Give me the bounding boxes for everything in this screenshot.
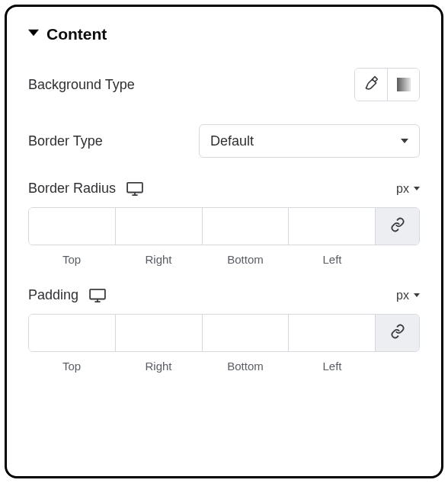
gradient-icon xyxy=(397,78,411,91)
border-type-value: Default xyxy=(210,133,254,149)
padding-top-input[interactable] xyxy=(29,315,115,351)
padding-link-button[interactable] xyxy=(375,315,419,351)
border-radius-unit: px xyxy=(396,182,409,196)
padding-label: Padding xyxy=(28,287,78,303)
link-icon xyxy=(390,217,405,235)
background-gradient-button[interactable] xyxy=(387,69,419,101)
padding-bottom-input[interactable] xyxy=(202,315,289,351)
responsive-device-button[interactable] xyxy=(126,182,143,196)
sublabel-bottom: Bottom xyxy=(202,360,289,373)
border-radius-right-input[interactable] xyxy=(115,208,202,245)
responsive-device-button[interactable] xyxy=(89,289,106,302)
chevron-down-icon xyxy=(401,139,408,143)
section-title: Content xyxy=(46,25,107,43)
background-type-toggle xyxy=(354,68,420,101)
background-classic-button[interactable] xyxy=(355,69,387,101)
chevron-down-icon xyxy=(414,293,420,297)
caret-down-icon xyxy=(28,27,39,41)
border-radius-left-input[interactable] xyxy=(288,208,375,245)
border-radius-bottom-input[interactable] xyxy=(202,208,289,245)
border-radius-unit-select[interactable]: px xyxy=(396,182,420,196)
sublabel-top: Top xyxy=(28,360,115,373)
border-radius-top-input[interactable] xyxy=(29,208,115,245)
sublabel-top: Top xyxy=(28,253,115,266)
padding-unit: px xyxy=(396,289,409,302)
padding-right-input[interactable] xyxy=(115,315,202,351)
sublabel-bottom: Bottom xyxy=(202,253,289,266)
background-type-label: Background Type xyxy=(28,77,135,93)
padding-unit-select[interactable]: px xyxy=(396,289,420,302)
style-panel: Content Background Type Border Type Defa… xyxy=(5,5,443,478)
chevron-down-icon xyxy=(414,187,420,190)
padding-left-input[interactable] xyxy=(288,315,375,351)
svg-rect-0 xyxy=(127,182,142,192)
padding-control: Padding px xyxy=(28,287,420,373)
sublabel-left: Left xyxy=(289,253,376,266)
sublabel-right: Right xyxy=(115,253,202,266)
border-radius-label: Border Radius xyxy=(28,181,116,197)
background-type-row: Background Type xyxy=(28,68,420,101)
border-type-row: Border Type Default xyxy=(28,124,420,158)
section-toggle-content[interactable]: Content xyxy=(28,25,420,43)
border-radius-inputs xyxy=(28,207,420,245)
link-icon xyxy=(390,324,405,342)
padding-inputs xyxy=(28,314,420,352)
brush-icon xyxy=(363,75,379,94)
border-type-label: Border Type xyxy=(28,133,103,149)
border-radius-control: Border Radius px xyxy=(28,181,420,266)
svg-rect-3 xyxy=(90,289,105,299)
sublabel-right: Right xyxy=(115,360,202,373)
sublabel-left: Left xyxy=(289,360,376,373)
padding-sublabels: Top Right Bottom Left xyxy=(28,360,420,373)
border-type-select[interactable]: Default xyxy=(199,124,420,158)
border-radius-sublabels: Top Right Bottom Left xyxy=(28,253,420,266)
border-radius-link-button[interactable] xyxy=(375,208,419,245)
